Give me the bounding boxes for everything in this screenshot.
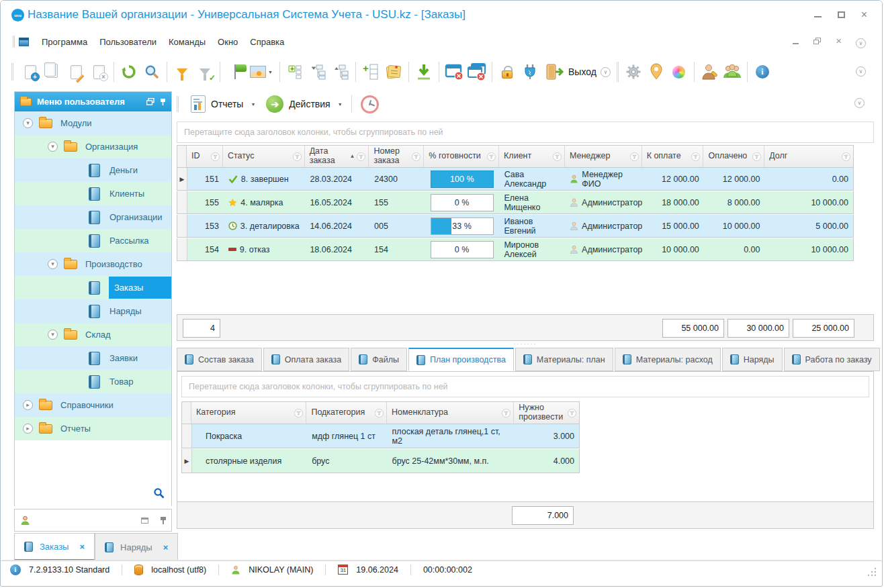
actionbar-overflow-icon[interactable]: ∨ — [854, 98, 865, 108]
close-all-windows-icon[interactable] — [466, 60, 488, 84]
menubar-overflow-icon[interactable]: ∨ — [856, 38, 866, 48]
tree-item-warehouse[interactable]: ▾Склад — [15, 323, 171, 346]
orders-group-panel[interactable]: Перетащите сюда заголовок колонки, чтобы… — [177, 121, 874, 143]
toolbar-grip[interactable] — [11, 63, 13, 81]
filter-icon[interactable] — [553, 152, 562, 161]
production-row[interactable]: ▶ столярные изделия брус брус 25-42мм*30… — [181, 449, 580, 473]
settings-gear-icon[interactable] — [622, 60, 645, 84]
expander-icon[interactable]: ▾ — [23, 118, 33, 128]
filter-apply-icon[interactable]: ✓ — [193, 60, 216, 84]
actionbar-grip[interactable] — [177, 96, 179, 112]
flag-icon[interactable] — [224, 60, 247, 84]
plug-icon[interactable] — [519, 60, 541, 84]
doc-tab-orders[interactable]: Заказы × — [14, 533, 95, 561]
tree-item-clients[interactable]: Клиенты — [15, 182, 171, 205]
tab-order-work[interactable]: Работа по заказу — [784, 348, 880, 371]
expander-icon[interactable]: ▸ — [23, 424, 33, 434]
filter-icon[interactable] — [293, 152, 302, 161]
filter-icon[interactable] — [294, 409, 303, 418]
tree-search-icon[interactable] — [153, 487, 165, 499]
tab-order-content[interactable]: Состав заказа — [177, 348, 262, 371]
tab-production-plan[interactable]: План производства — [408, 348, 514, 371]
column-header-date[interactable]: Дата заказа▲ — [305, 146, 369, 167]
exit-more-icon[interactable]: ∨ — [601, 67, 611, 77]
close-window-icon[interactable] — [443, 60, 466, 84]
users-group-icon[interactable] — [721, 60, 744, 84]
tree-item-modules[interactable]: ▾Модули — [15, 111, 171, 135]
maximize-icon[interactable] — [838, 11, 845, 18]
copy-record-icon[interactable] — [42, 60, 64, 84]
column-header-id[interactable]: ID — [187, 146, 223, 167]
child-minimize-icon[interactable] — [793, 43, 799, 44]
minimize-icon[interactable] — [814, 16, 822, 17]
tree-item-money[interactable]: Деньги — [15, 158, 171, 182]
menu-program[interactable]: Программа — [36, 34, 93, 50]
float-panel-icon[interactable] — [146, 98, 154, 105]
filter-icon[interactable] — [752, 152, 761, 161]
add-column-icon[interactable]: + — [359, 60, 382, 84]
notes-icon[interactable] — [382, 60, 405, 84]
filter-icon[interactable] — [171, 60, 193, 84]
collapse-tree-icon[interactable] — [306, 60, 329, 84]
selected-tree-item[interactable]: Заказы — [109, 277, 171, 299]
filter-icon[interactable] — [211, 152, 220, 161]
column-header-client[interactable]: Клиент — [499, 146, 565, 167]
filter-icon[interactable] — [630, 152, 639, 161]
user-key-icon[interactable] — [698, 60, 721, 84]
column-header-nomenclature[interactable]: Номенклатура — [387, 402, 514, 424]
scheduler-button[interactable] — [355, 93, 384, 115]
column-header-manager[interactable]: Менеджер — [565, 146, 642, 167]
image-mode-icon[interactable]: ▼ — [247, 60, 276, 84]
column-header-progress[interactable]: % готовности — [424, 146, 499, 167]
exit-button[interactable]: Выход ∨ — [541, 63, 613, 81]
tree-item-workorders[interactable]: Наряды — [15, 299, 171, 323]
column-header-status[interactable]: Статус — [223, 146, 305, 167]
expander-icon[interactable]: ▸ — [23, 400, 33, 410]
menubar-grip[interactable] — [13, 36, 15, 48]
tree-item-organizations[interactable]: Организации — [15, 205, 171, 229]
doc-tab-workorders[interactable]: Наряды × — [95, 533, 178, 561]
expander-icon[interactable]: ▾ — [48, 142, 58, 152]
location-pin-icon[interactable] — [645, 60, 668, 84]
close-tab-icon[interactable]: × — [163, 542, 169, 552]
filter-icon[interactable] — [487, 152, 496, 161]
order-row[interactable]: 153 3. деталировка 14.06.2024 005 33 % И… — [177, 215, 854, 238]
tree-item-organization[interactable]: ▾Организация — [15, 135, 171, 158]
resize-grip[interactable] — [867, 567, 877, 577]
delete-record-icon[interactable]: × — [87, 60, 110, 84]
tree-item-production[interactable]: ▾Производство — [15, 252, 171, 276]
reports-button[interactable]: Отчеты▼ — [185, 93, 261, 115]
filter-icon[interactable] — [691, 152, 700, 161]
import-icon[interactable] — [412, 60, 435, 84]
column-header-subcategory[interactable]: Подкатегория — [306, 402, 387, 424]
panel-restore-icon[interactable] — [141, 518, 148, 524]
production-row[interactable]: Покраска мдф глянец 1 ст плоская деталь … — [181, 424, 580, 448]
column-header-topay[interactable]: К оплате — [642, 146, 704, 167]
close-tab-icon[interactable]: × — [79, 542, 85, 552]
tree-item-orders[interactable]: Заказы — [15, 276, 171, 299]
column-header-debt[interactable]: Долг — [764, 146, 853, 167]
search-icon[interactable] — [140, 60, 163, 84]
menu-commands[interactable]: Команды — [163, 34, 212, 50]
order-row[interactable]: 155 ★4. малярка 16.05.2024 155 0 % Елена… — [177, 191, 854, 214]
actions-button[interactable]: ➔ Действия▼ — [261, 93, 347, 115]
column-header-category[interactable]: Категория — [191, 402, 306, 424]
production-group-panel[interactable]: Перетащите сюда заголовок колонки, чтобы… — [181, 376, 869, 397]
panel-pin-icon[interactable] — [161, 516, 166, 524]
order-row[interactable]: 154 9. отказ 18.06.2024 154 0 % Миронов … — [177, 238, 854, 261]
pin-panel-icon[interactable] — [160, 98, 166, 106]
filter-icon[interactable] — [842, 152, 850, 161]
toolbar-overflow-icon[interactable]: ∨ — [856, 66, 866, 77]
filter-icon[interactable] — [375, 409, 384, 418]
column-header-required[interactable]: Нужно произвести — [514, 402, 579, 424]
expand-group-icon[interactable]: + — [283, 60, 306, 84]
info-icon[interactable]: i — [751, 60, 774, 84]
menu-help[interactable]: Справка — [244, 34, 290, 50]
filter-icon[interactable] — [412, 152, 421, 161]
tab-materials-plan[interactable]: Материалы: план — [515, 348, 613, 371]
filter-icon[interactable] — [568, 409, 576, 418]
tab-files[interactable]: Файлы — [351, 348, 407, 371]
user-menu-header[interactable]: Меню пользователя — [15, 92, 171, 111]
expander-icon[interactable]: ▾ — [48, 259, 58, 269]
tree-item-reports[interactable]: ▸Отчеты — [15, 417, 171, 440]
